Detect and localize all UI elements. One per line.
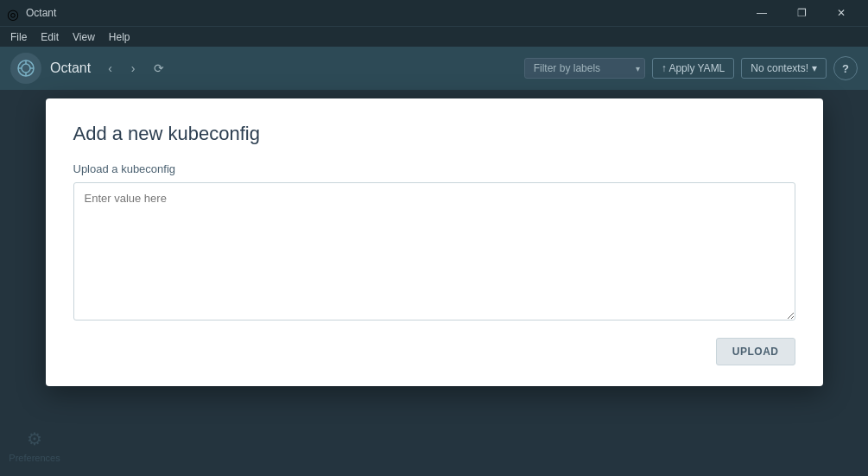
title-bar-title: Octant — [26, 7, 56, 19]
kubeconfig-textarea[interactable] — [73, 182, 795, 321]
title-bar-controls: — ❐ ✕ — [742, 0, 861, 26]
main-area: ⚙ Preferences Add a new kubeconfig Uploa… — [0, 90, 868, 476]
help-button[interactable]: ? — [833, 56, 858, 80]
maximize-button[interactable]: ❐ — [782, 0, 821, 26]
modal-dialog: Add a new kubeconfig Upload a kubeconfig… — [46, 98, 823, 386]
apply-yaml-button[interactable]: ↑ Apply YAML — [652, 58, 735, 79]
title-bar-left: ◎ Octant — [7, 6, 56, 20]
close-button[interactable]: ✕ — [821, 0, 861, 26]
forward-button[interactable]: › — [126, 58, 141, 79]
minimize-button[interactable]: — — [742, 0, 782, 26]
svg-point-1 — [22, 64, 30, 73]
modal-field-label: Upload a kubeconfig — [73, 162, 795, 175]
modal-footer: UPLOAD — [73, 338, 795, 365]
app-logo — [10, 53, 41, 84]
modal-title: Add a new kubeconfig — [73, 123, 795, 145]
title-bar: ◎ Octant — ❐ ✕ — [0, 0, 868, 26]
contexts-label: No contexts! — [751, 62, 808, 74]
history-button[interactable]: ⟳ — [149, 58, 169, 79]
upload-button[interactable]: UPLOAD — [716, 338, 795, 365]
menu-view[interactable]: View — [66, 29, 102, 45]
filter-wrapper: Filter by labels — [524, 58, 645, 79]
app-icon: ◎ — [7, 6, 21, 20]
nav-filter: Filter by labels ↑ Apply YAML No context… — [524, 56, 858, 80]
contexts-button[interactable]: No contexts! ▾ — [741, 58, 827, 79]
menu-file[interactable]: File — [3, 29, 34, 45]
menu-help[interactable]: Help — [102, 29, 137, 45]
filter-dropdown[interactable]: Filter by labels — [524, 58, 645, 79]
modal-overlay: Add a new kubeconfig Upload a kubeconfig… — [0, 90, 868, 476]
nav-app-name: Octant — [50, 60, 91, 76]
contexts-chevron-icon: ▾ — [812, 62, 817, 74]
octant-logo-icon — [16, 59, 35, 78]
menu-bar: File Edit View Help — [0, 26, 868, 47]
back-button[interactable]: ‹ — [103, 58, 117, 79]
menu-edit[interactable]: Edit — [34, 29, 66, 45]
nav-bar: Octant ‹ › ⟳ Filter by labels ↑ Apply YA… — [0, 47, 868, 90]
